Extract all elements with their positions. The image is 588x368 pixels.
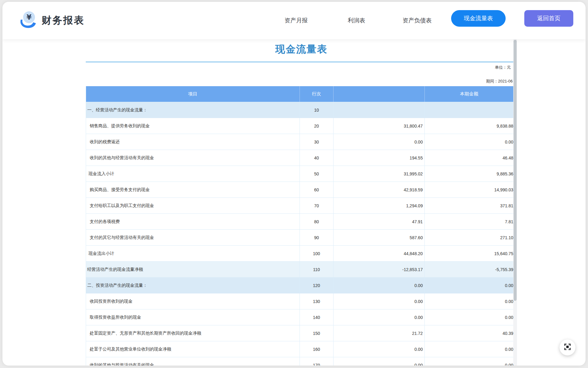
unit-label: 单位：元 [86,65,511,70]
row-line-number: 90 [300,230,333,245]
row-line-number: 10 [300,102,333,118]
row-line-number: 40 [300,150,333,166]
row-line-number: 120 [300,278,333,293]
row-line-number: 70 [300,198,333,213]
row-line-number: 130 [300,293,333,309]
row-amount-1: 0.00 [333,293,425,309]
scrollbar [513,39,517,366]
table-row: 处置子公司及其他营业单位收到的现金净额 160 0.00 0.00 [86,341,515,357]
table-row: 二、投资活动产生的现金流量： 120 0.00 0.00 [86,278,515,293]
table-row: 收到的税费返还 30 0.00 0.00 [86,134,515,150]
row-item-label: 现金流入小计 [86,166,300,182]
table-row: 一、经营活动产生的现金流量： 10 [86,102,515,118]
scan-button[interactable] [560,339,575,355]
row-amount-current: 7.81 [424,214,515,229]
table-row: 取得投资收益所收到的现金 140 0.00 0.00 [86,309,515,325]
home-button[interactable]: 返回首页 [524,10,573,27]
row-amount-current: 0.00 [424,134,515,150]
table-row: 经营活动产生的现金流量净额 110 -12,853.17 -5,755.39 [86,262,515,278]
table-row: 支付的各项税费 80 47.91 7.81 [86,214,515,230]
cash-flow-table: 项目 行次 本期金额 一、经营活动产生的现金流量： 10 销售商品、提供劳务收到… [86,86,515,366]
row-amount-1: 42,918.59 [333,182,425,197]
row-amount-1: 0.00 [333,341,425,357]
row-item-label: 二、投资活动产生的现金流量： [86,278,300,293]
row-amount-current: 0.00 [424,278,515,293]
row-line-number: 100 [300,246,333,261]
table-row: 处置固定资产、无形资产和其他长期资产所收回的现金净额 150 21.72 40.… [86,325,515,341]
row-item-label: 收到的税费返还 [86,134,300,150]
row-amount-current: 9,885.36 [424,166,515,182]
row-line-number: 60 [300,182,333,197]
row-amount-1: 31,995.02 [333,166,425,182]
table-row: 收回投资所收到的现金 130 0.00 0.00 [86,293,515,309]
row-item-label: 支付给职工以及为职工支付的现金 [86,198,300,213]
row-amount-1: 0.00 [333,357,425,366]
column-header-current-amount: 本期金额 [424,86,515,102]
nav-item-asset-monthly[interactable]: 资产月报 [272,12,321,29]
row-item-label: 取得投资收益所收到的现金 [86,309,300,325]
row-amount-current: 15,640.75 [424,246,515,261]
row-amount-current: 0.00 [424,309,515,325]
title-divider [86,61,515,63]
row-amount-1: 587.60 [333,230,425,245]
scrollbar-thumb[interactable] [514,40,517,301]
page-title: 现金流量表 [86,42,517,56]
row-line-number: 80 [300,214,333,229]
row-amount-1: 0.00 [333,309,425,325]
row-item-label: 经营活动产生的现金流量净额 [86,262,300,277]
row-line-number: 20 [300,118,333,134]
table-body: 一、经营活动产生的现金流量： 10 销售商品、提供劳务收到的现金 20 31,8… [86,102,515,366]
row-item-label: 处置固定资产、无形资产和其他长期资产所收回的现金净额 [86,325,300,341]
row-item-label: 收到的其他与经营活动有关的现金 [86,150,300,166]
table-row: 销售商品、提供劳务收到的现金 20 31,800.47 9,838.88 [86,118,515,134]
row-amount-1: -12,853.17 [333,262,425,277]
row-amount-current [424,102,515,118]
row-item-label: 支付的其它与经营活动有关的现金 [86,230,300,245]
row-amount-1: 21.72 [333,325,425,341]
column-header-blank [333,86,425,102]
row-amount-current: 371.81 [424,198,515,213]
row-item-label: 购买商品、接受劳务支付的现金 [86,182,300,197]
nav-item-profit-statement[interactable]: 利润表 [332,12,381,29]
row-amount-current: 0.00 [424,357,515,366]
table-row: 购买商品、接受劳务支付的现金 60 42,918.59 14,990.03 [86,182,515,198]
row-item-label: 支付的各项税费 [86,214,300,229]
row-item-label: 收到的其他与投资活动有关的现金 [86,357,300,366]
row-amount-1: 1,294.09 [333,198,425,213]
row-amount-1 [333,102,425,118]
row-item-label: 一、经营活动产生的现金流量： [86,102,300,118]
row-amount-current: 14,990.03 [424,182,515,197]
table-row: 现金流出小计 100 44,848.20 15,640.75 [86,246,515,262]
period-label: 期间：2021-06 [86,79,513,84]
row-amount-1: 31,800.47 [333,118,425,134]
row-item-label: 销售商品、提供劳务收到的现金 [86,118,300,134]
row-line-number: 160 [300,341,333,357]
row-amount-current: 271.10 [424,230,515,245]
row-amount-1: 44,848.20 [333,246,425,261]
row-line-number: 50 [300,166,333,182]
table-row: 支付的其它与经营活动有关的现金 90 587.60 271.10 [86,230,515,246]
row-amount-1: 0.00 [333,134,425,150]
row-line-number: 110 [300,262,333,277]
table-row: 支付给职工以及为职工支付的现金 70 1,294.09 371.81 [86,198,515,214]
table-row: 收到的其他与经营活动有关的现金 40 194.55 46.48 [86,150,515,166]
scan-icon [564,343,571,352]
app-header: ¥ 财务报表 资产月报 利润表 资产负债表 现金流量表 返回首页 [2,2,586,39]
row-amount-current: 0.00 [424,341,515,357]
nav-item-cash-flow-active[interactable]: 现金流量表 [451,10,506,27]
table-row: 现金流入小计 50 31,995.02 9,885.36 [86,166,515,182]
brand[interactable]: ¥ 财务报表 [18,10,85,31]
brand-name: 财务报表 [42,14,85,27]
row-item-label: 现金流出小计 [86,246,300,261]
row-amount-current: 9,838.88 [424,118,515,134]
column-header-line-no: 行次 [300,86,333,102]
nav-item-balance-sheet[interactable]: 资产负债表 [386,12,448,29]
yuan-hand-icon: ¥ [18,10,37,31]
row-amount-1: 194.55 [333,150,425,166]
table-row: 收到的其他与投资活动有关的现金 170 0.00 0.00 [86,357,515,366]
row-item-label: 处置子公司及其他营业单位收到的现金净额 [86,341,300,357]
report-panel: 现金流量表 单位：元 期间：2021-06 项目 行次 本期金额 一、经营活动产… [86,39,517,366]
row-line-number: 170 [300,357,333,366]
row-line-number: 30 [300,134,333,150]
row-item-label: 收回投资所收到的现金 [86,293,300,309]
